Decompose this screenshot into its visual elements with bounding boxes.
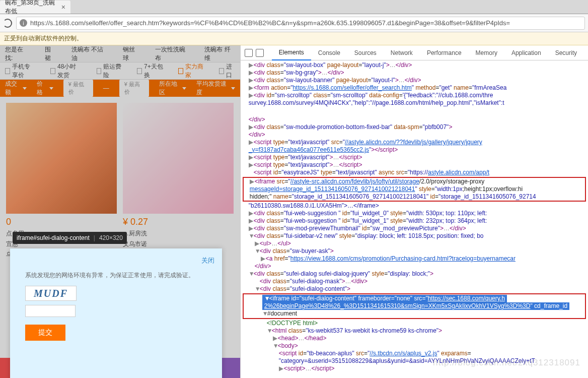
- captcha-input[interactable]: [25, 305, 76, 317]
- reload-icon[interactable]: [3, 19, 12, 28]
- page-content: 您是在找: 围裙 洗碗布 不沾油 钢丝球 一次性洗碗布 洗碗布 纤维 手机专享价…: [0, 45, 240, 378]
- captcha-dialog: 关闭 系统发现您的网络环境有异常，为保证正常使用，请完成验证。 MUDF 提交: [10, 248, 222, 378]
- dom-tree[interactable]: ▶<div class="sw-layout-box" page-layout=…: [241, 60, 588, 378]
- watermark: http://blog.csdn.net/zxq312318091: [433, 358, 580, 368]
- site-info-icon[interactable]: i: [20, 19, 27, 27]
- element-inspector-tooltip: iframe#sufei-dialog-content | 420×320: [13, 232, 127, 244]
- url-text: https://s.1688.com/selloffer/offer_searc…: [30, 19, 510, 27]
- device-toolbar-icon[interactable]: [256, 49, 264, 57]
- devtools-panel: Elements Console Sources Network Perform…: [240, 45, 588, 378]
- tab-close-icon[interactable]: ×: [61, 3, 65, 11]
- devtools-tabs: Elements Console Sources Network Perform…: [272, 45, 584, 60]
- tab-performance[interactable]: Performance: [420, 45, 469, 60]
- tab-console[interactable]: Console: [311, 45, 347, 60]
- tab-security[interactable]: Security: [548, 45, 584, 60]
- tab-sources[interactable]: Sources: [347, 45, 384, 60]
- highlighted-iframe-storage[interactable]: ▶<iframe src="//astyle-src.alicdn.com/fd…: [243, 177, 586, 202]
- selected-iframe-sufei[interactable]: ▼<iframe id="sufei-dialog-content" frame…: [243, 293, 586, 319]
- tab-memory[interactable]: Memory: [469, 45, 504, 60]
- browser-tab[interactable]: 碗布_第38页_洗碗布低 ×: [0, 1, 70, 14]
- tab-elements[interactable]: Elements: [272, 45, 311, 60]
- inspect-element-icon[interactable]: [245, 49, 253, 57]
- automation-notice: 正受到自动测试软件的控制。: [0, 32, 588, 45]
- url-bar[interactable]: i https://s.1688.com/selloffer/offer_sea…: [16, 17, 585, 30]
- captcha-image: MUDF: [25, 286, 77, 301]
- submit-button[interactable]: 提交: [25, 325, 65, 341]
- tab-network[interactable]: Network: [384, 45, 420, 60]
- dialog-message: 系统发现您的网络环境有异常，为保证正常使用，请完成验证。: [10, 248, 222, 280]
- tab-application[interactable]: Application: [504, 45, 548, 60]
- dialog-close-link[interactable]: 关闭: [201, 256, 214, 265]
- tab-title: 碗布_第38页_洗碗布低: [5, 0, 57, 16]
